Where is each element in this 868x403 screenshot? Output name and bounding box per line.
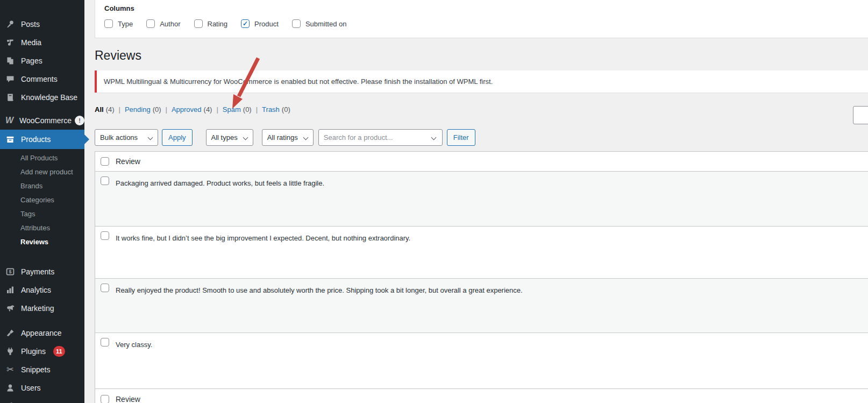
sidebar-item-payments[interactable]: $ Payments bbox=[0, 263, 84, 281]
wpml-notice: WPML Multilingual & Multicurrency for Wo… bbox=[95, 70, 868, 93]
row-checkbox[interactable] bbox=[101, 231, 109, 240]
sidebar-item-label: Products bbox=[21, 135, 51, 144]
rating-checkbox[interactable] bbox=[194, 19, 203, 28]
filter-link-pending[interactable]: Pending (0) bbox=[125, 105, 161, 114]
status-filter-links: All (4) | Pending (0) | Approved (4) | S… bbox=[95, 105, 290, 114]
table-row[interactable]: It works fine, but I didn’t see the big … bbox=[95, 227, 868, 279]
sidebar-item-products[interactable]: Products bbox=[0, 130, 84, 149]
sidebar-item-snippets[interactable]: ✂ Snippets bbox=[0, 360, 84, 379]
column-option-author[interactable]: Author bbox=[146, 19, 180, 28]
all-ratings-select[interactable]: All ratings bbox=[262, 129, 314, 146]
sidebar-item-label: Marketing bbox=[21, 304, 54, 313]
select-all-checkbox[interactable] bbox=[101, 157, 109, 166]
sidebar-item-label: Users bbox=[21, 384, 41, 392]
sidebar-item-media[interactable]: Media bbox=[0, 33, 84, 52]
menu-separator bbox=[0, 252, 84, 263]
submenu-item-reviews[interactable]: Reviews bbox=[0, 235, 84, 249]
filter-label: Pending bbox=[125, 105, 151, 114]
sidebar-item-analytics[interactable]: Analytics bbox=[0, 281, 84, 299]
sidebar-item-marketing[interactable]: Marketing bbox=[0, 299, 84, 317]
filter-count: (0) bbox=[282, 105, 290, 114]
submenu-item-add-new-product[interactable]: Add new product bbox=[0, 165, 84, 179]
user-icon bbox=[5, 383, 16, 393]
review-text: Really enjoyed the product! Smooth to us… bbox=[116, 286, 523, 294]
woocommerce-icon: W bbox=[5, 115, 14, 126]
filter-separator: | bbox=[119, 105, 120, 114]
sidebar-item-plugins[interactable]: Plugins 11 bbox=[0, 342, 84, 360]
sidebar-item-label: Media bbox=[21, 38, 41, 47]
column-option-submitted-on[interactable]: Submitted on bbox=[292, 19, 347, 28]
sidebar-item-label: Pages bbox=[21, 56, 42, 65]
sidebar-item-woocommerce[interactable]: W WooCommerce ! bbox=[0, 111, 84, 130]
filter-count: (4) bbox=[204, 105, 212, 114]
column-option-type[interactable]: Type bbox=[104, 19, 133, 28]
pages-icon bbox=[5, 55, 16, 66]
row-checkbox[interactable] bbox=[101, 338, 109, 347]
sidebar-item-appearance[interactable]: Appearance bbox=[0, 324, 84, 342]
sidebar-item-label: Plugins bbox=[21, 347, 46, 356]
pushpin-icon bbox=[5, 19, 16, 30]
submenu-item-tags[interactable]: Tags bbox=[0, 207, 84, 221]
bulk-actions-value: Bulk actions bbox=[100, 133, 138, 142]
columns-title: Columns bbox=[104, 4, 868, 12]
table-footer-row: Review bbox=[95, 389, 868, 403]
all-types-select[interactable]: All types bbox=[206, 129, 253, 146]
plug-icon bbox=[5, 346, 16, 357]
media-icon bbox=[5, 37, 16, 48]
product-search-input[interactable] bbox=[319, 130, 421, 145]
products-submenu: All Products Add new product Brands Cate… bbox=[0, 149, 84, 252]
sidebar-item-knowledge-base[interactable]: Knowledge Base bbox=[0, 88, 84, 107]
product-checkbox[interactable] bbox=[241, 19, 250, 28]
filter-label: All bbox=[95, 105, 104, 114]
filter-separator: | bbox=[256, 105, 258, 114]
submitted-on-checkbox[interactable] bbox=[292, 19, 301, 28]
filter-link-trash[interactable]: Trash (0) bbox=[262, 105, 290, 114]
woocommerce-alert-badge: ! bbox=[75, 116, 84, 125]
sidebar-item-dashboard[interactable]: Dashboard bbox=[0, 0, 84, 4]
admin-sidebar: Dashboard Posts Media Pages Comments bbox=[0, 0, 84, 403]
submenu-item-attributes[interactable]: Attributes bbox=[0, 221, 84, 235]
sidebar-item-label: Payments bbox=[21, 267, 54, 276]
column-option-product[interactable]: Product bbox=[241, 19, 279, 28]
page-title: Reviews bbox=[95, 48, 141, 63]
filter-separator: | bbox=[166, 105, 167, 114]
filter-link-approved[interactable]: Approved (4) bbox=[172, 105, 212, 114]
review-text: Packaging arrived damaged. Product works… bbox=[116, 179, 324, 187]
sidebar-item-tools[interactable]: Tools bbox=[0, 397, 84, 403]
product-search-combobox[interactable] bbox=[318, 129, 443, 146]
bar-chart-icon bbox=[5, 285, 16, 295]
submenu-item-all-products[interactable]: All Products bbox=[0, 151, 84, 165]
row-checkbox[interactable] bbox=[101, 176, 109, 185]
bulk-actions-select[interactable]: Bulk actions bbox=[95, 129, 158, 146]
sidebar-item-label: WooCommerce bbox=[19, 116, 72, 125]
row-checkbox[interactable] bbox=[101, 284, 109, 292]
sidebar-item-users[interactable]: Users bbox=[0, 379, 84, 397]
products-box-icon bbox=[5, 134, 16, 145]
type-checkbox[interactable] bbox=[104, 19, 113, 28]
apply-button[interactable]: Apply bbox=[162, 129, 193, 146]
dashboard-icon bbox=[5, 0, 16, 1]
submenu-item-brands[interactable]: Brands bbox=[0, 179, 84, 193]
table-row[interactable]: Very classy. bbox=[95, 333, 868, 389]
filter-link-spam[interactable]: Spam (0) bbox=[223, 105, 252, 114]
reviews-search-input[interactable] bbox=[853, 106, 868, 124]
review-column-footer: Review bbox=[116, 395, 140, 403]
menu-separator bbox=[0, 317, 84, 324]
filter-button[interactable]: Filter bbox=[447, 129, 475, 146]
sidebar-item-pages[interactable]: Pages bbox=[0, 52, 84, 70]
author-checkbox[interactable] bbox=[146, 19, 155, 28]
column-option-rating[interactable]: Rating bbox=[194, 19, 228, 28]
select-all-checkbox-footer[interactable] bbox=[101, 395, 109, 403]
table-row[interactable]: Packaging arrived damaged. Product works… bbox=[95, 172, 868, 227]
scissors-icon: ✂ bbox=[5, 364, 16, 375]
submenu-item-categories[interactable]: Categories bbox=[0, 193, 84, 207]
filter-link-all[interactable]: All (4) bbox=[95, 105, 115, 114]
sidebar-item-label: Knowledge Base bbox=[21, 93, 77, 102]
sidebar-item-posts[interactable]: Posts bbox=[0, 15, 84, 33]
filter-label: Trash bbox=[262, 105, 280, 114]
paintbrush-icon bbox=[5, 328, 16, 338]
svg-text:$: $ bbox=[9, 269, 12, 274]
filter-label: Approved bbox=[172, 105, 202, 114]
sidebar-item-comments[interactable]: Comments bbox=[0, 70, 84, 88]
table-row[interactable]: Really enjoyed the product! Smooth to us… bbox=[95, 279, 868, 333]
